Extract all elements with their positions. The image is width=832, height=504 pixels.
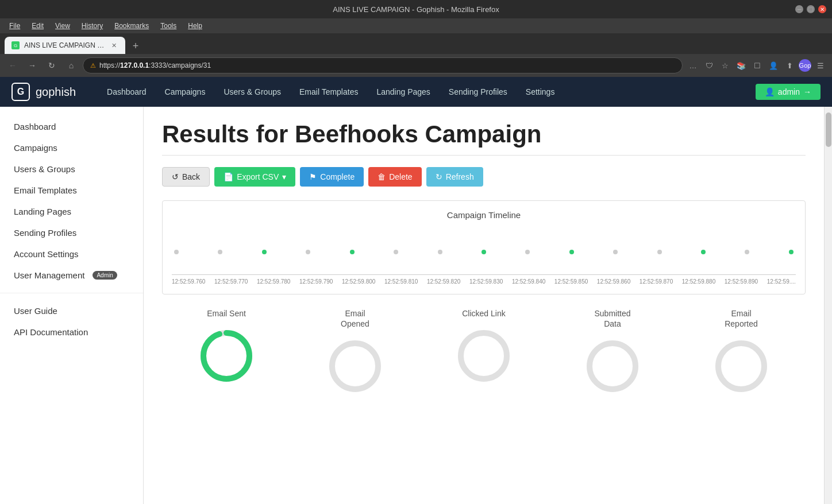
tab-favicon: G	[11, 41, 20, 49]
sidebar-item-user-management[interactable]: User Management Admin	[0, 265, 143, 286]
svg-point-2	[332, 343, 378, 389]
bookmark-star-icon[interactable]: ☆	[718, 59, 732, 72]
forward-nav-button[interactable]: →	[24, 57, 40, 73]
delete-label: Delete	[389, 172, 412, 181]
timeline-dot	[745, 250, 749, 254]
nav-landing-pages[interactable]: Landing Pages	[368, 84, 438, 100]
trash-icon: 🗑	[378, 172, 386, 181]
svg-point-5	[718, 343, 764, 389]
donut-svg-4	[710, 335, 773, 398]
sidebar-label-landing-pages: Landing Pages	[14, 207, 71, 216]
security-icon: ⚠	[90, 62, 96, 69]
scrollbar[interactable]	[824, 107, 832, 504]
titlebar-text: AINS LIVE CAMPAIGN - Gophish - Mozilla F…	[333, 5, 499, 14]
nav-campaigns[interactable]: Campaigns	[157, 84, 214, 100]
export-csv-button[interactable]: 📄 Export CSV ▾	[214, 167, 295, 187]
timeline-label: 12:52:59.800	[342, 278, 375, 285]
sidebar-label-campaigns: Campaigns	[14, 143, 57, 153]
nav-users-groups[interactable]: Users & Groups	[215, 84, 289, 100]
sidebar-label-user-guide: User Guide	[14, 306, 57, 316]
sidebar-item-user-guide[interactable]: User Guide	[0, 300, 143, 321]
timeline-title: Campaign Timeline	[172, 210, 796, 220]
export-label: Export CSV	[237, 172, 279, 181]
admin-badge: Admin	[93, 271, 117, 280]
timeline-dot	[701, 250, 706, 254]
sidebar-label-dashboard: Dashboard	[14, 122, 56, 131]
menu-icon[interactable]: ☰	[814, 59, 827, 72]
sidebar-label-api-docs: API Documentation	[14, 327, 88, 337]
chart-label-0: Email Sent	[207, 308, 246, 319]
nav-email-templates[interactable]: Email Templates	[291, 84, 366, 100]
tab-close-button[interactable]: ✕	[109, 41, 118, 50]
reload-nav-button[interactable]: ↻	[44, 57, 60, 73]
new-tab-button[interactable]: +	[128, 38, 144, 54]
sidebar-item-account-settings[interactable]: Account Settings	[0, 243, 143, 265]
donut-svg-1	[323, 335, 387, 398]
timeline-dot	[394, 250, 398, 254]
menu-tools[interactable]: Tools	[156, 21, 181, 31]
logo-text: gophish	[36, 86, 76, 99]
sync-icon[interactable]: ⬆	[783, 59, 796, 72]
export-caret: ▾	[282, 172, 286, 181]
export-icon: 📄	[224, 172, 233, 181]
screenshot-icon[interactable]: ☐	[750, 59, 764, 72]
menu-bookmarks[interactable]: Bookmarks	[110, 21, 153, 31]
timeline-label: 12:52:59.860	[597, 278, 630, 285]
sidebar-label-users-groups: Users & Groups	[14, 164, 75, 174]
sidebar-item-api-docs[interactable]: API Documentation	[0, 321, 143, 343]
browser-tab[interactable]: G AINS LIVE CAMPAIGN - Gophish ✕	[5, 37, 125, 54]
account-icon[interactable]: 👤	[766, 59, 780, 72]
profile-icon[interactable]: Gop	[799, 59, 811, 72]
timeline-label: 12:52:59.830	[469, 278, 503, 285]
admin-button[interactable]: 👤 admin →	[756, 84, 821, 100]
extensions-icon[interactable]: …	[686, 59, 700, 72]
timeline-dot	[174, 250, 179, 254]
timeline-label: 12:52:59.780	[257, 278, 290, 285]
tab-bar: G AINS LIVE CAMPAIGN - Gophish ✕ +	[0, 33, 832, 54]
complete-button[interactable]: ⚑ Complete	[300, 167, 364, 187]
nav-dashboard[interactable]: Dashboard	[99, 84, 155, 100]
app: G gophish Dashboard Campaigns Users & Gr…	[0, 77, 832, 504]
refresh-label: Refresh	[446, 172, 474, 181]
back-button[interactable]: ↺ Back	[162, 167, 210, 187]
sidebar-label-account-settings: Account Settings	[14, 249, 79, 259]
nav-settings[interactable]: Settings	[518, 84, 563, 100]
nav-sending-profiles[interactable]: Sending Profiles	[441, 84, 515, 100]
sidebar-item-landing-pages[interactable]: Landing Pages	[0, 201, 143, 222]
donut-svg-3	[581, 335, 644, 398]
menu-help[interactable]: Help	[183, 21, 207, 31]
logo: G gophish	[11, 83, 76, 101]
menu-edit[interactable]: Edit	[27, 21, 48, 31]
sidebar-divider	[0, 293, 143, 293]
maximize-button[interactable]: □	[807, 5, 815, 13]
reading-list-icon[interactable]: 📚	[734, 59, 748, 72]
timeline-dot	[789, 250, 794, 254]
home-nav-button[interactable]: ⌂	[63, 57, 79, 73]
url-bar[interactable]: ⚠ https://127.0.0.1:3333/campaigns/31	[83, 57, 683, 73]
nav-links: Dashboard Campaigns Users & Groups Email…	[99, 84, 756, 100]
menu-file[interactable]: File	[5, 21, 25, 31]
menu-history[interactable]: History	[77, 21, 107, 31]
timeline-chart	[172, 229, 796, 275]
donut-svg-0	[195, 324, 258, 387]
scrollbar-thumb[interactable]	[826, 113, 831, 147]
back-icon: ↺	[172, 172, 179, 181]
timeline-dot	[569, 250, 574, 254]
delete-button[interactable]: 🗑 Delete	[368, 167, 421, 187]
sidebar-item-campaigns[interactable]: Campaigns	[0, 137, 143, 158]
sidebar-item-users-groups[interactable]: Users & Groups	[0, 158, 143, 180]
sidebar-item-dashboard[interactable]: Dashboard	[0, 116, 143, 137]
sidebar-item-sending-profiles[interactable]: Sending Profiles	[0, 222, 143, 243]
menu-view[interactable]: View	[51, 21, 75, 31]
sidebar-label-user-management: User Management	[14, 270, 84, 280]
refresh-button[interactable]: ↻ Refresh	[426, 167, 483, 187]
minimize-button[interactable]: –	[795, 5, 803, 13]
timeline-label: 12:52:59.810	[384, 278, 418, 285]
timeline-label: 12:52:59.880	[682, 278, 715, 285]
shield-icon[interactable]: 🛡	[702, 59, 716, 72]
back-nav-button[interactable]: ←	[5, 57, 21, 73]
close-button[interactable]: ✕	[818, 5, 826, 13]
tab-title: AINS LIVE CAMPAIGN - Gophish	[24, 41, 105, 49]
sidebar-item-email-templates[interactable]: Email Templates	[0, 180, 143, 201]
timeline-dot	[438, 250, 442, 254]
